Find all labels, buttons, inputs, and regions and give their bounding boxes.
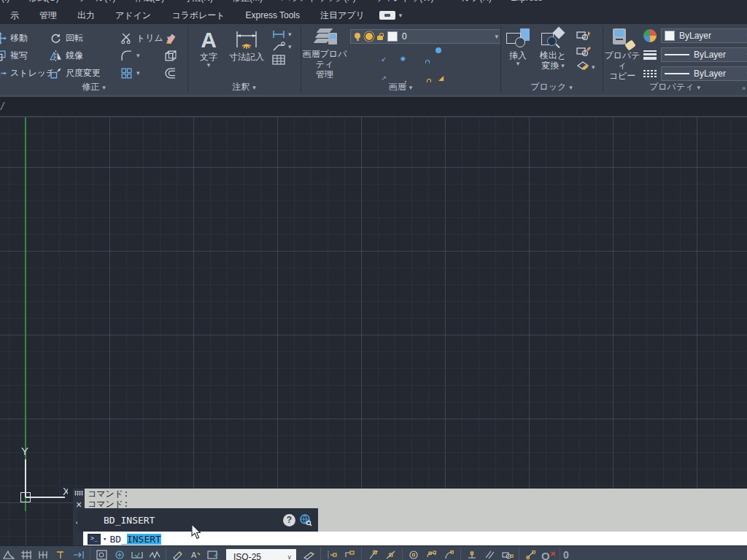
menu-item-modify[interactable]: 修正(M) [232,0,263,6]
tab-addins[interactable]: アドイン [105,7,161,24]
statusbar-polar-icon[interactable] [93,550,111,560]
layer-lock-button[interactable] [409,49,425,62]
lineweight-icon[interactable] [643,50,657,60]
menu-item-draw[interactable]: 作成(D) [135,0,165,6]
statusbar-perpendicular-osnap-icon[interactable] [464,550,481,560]
statusbar-lineweight-icon[interactable] [146,550,163,560]
statusbar-workspace-icon[interactable] [301,550,318,560]
menu-item-help[interactable]: ヘルプ(H) [453,0,492,6]
statusbar-snap-icon[interactable] [35,550,53,560]
layer-unisolate-button[interactable]: ↗ [371,68,387,81]
chevron-down-icon[interactable]: ▾ [103,535,107,542]
statusbar-units-icon[interactable] [324,550,341,560]
tab-manage[interactable]: 管理 [29,7,67,24]
command-input-selection[interactable]: INSERT [127,534,161,545]
statusbar-osnap-tracking-icon[interactable] [128,550,146,560]
insert-block-button[interactable]: 挿入 ▾ [503,28,533,67]
menu-item-tools[interactable]: ツール(T) [78,0,116,6]
panel-label-modify[interactable]: 修正▾ [0,81,187,93]
text-button[interactable]: A 文字 ▾ [193,28,224,69]
menu-item-express[interactable]: Express [511,0,542,6]
chevron-down-icon[interactable]: ▾ [288,31,292,38]
chevron-down-icon[interactable]: ▾ [288,44,292,50]
array-button[interactable]: ▾ [120,66,140,80]
scale-button[interactable]: 尺度変更 [50,66,101,80]
create-block-button[interactable] [576,29,595,41]
tab-express-tools[interactable]: Express Tools [236,7,310,24]
lineweight-dropdown[interactable]: ByLayer ▾ [661,47,747,62]
all-layers-on-button[interactable] [352,68,368,81]
statusbar-grid-icon[interactable] [18,550,35,560]
edit-block-button[interactable] [576,45,595,57]
statusbar-infer-icon[interactable] [53,550,70,560]
tab-output[interactable]: 出力 [67,7,105,24]
erase-button[interactable] [164,31,177,45]
panel-label-block[interactable]: ブロック▾ [500,81,603,93]
layer-match-button[interactable]: ◢ [427,68,444,81]
help-icon[interactable]: ? [283,514,295,526]
detect-convert-button[interactable]: 検出と 変換▾ [535,28,570,71]
move-button[interactable]: 移動 [0,31,28,45]
menu-item-format[interactable]: 形式(O) [28,0,58,6]
fillet-button[interactable]: ▾ [120,48,140,63]
tab-view[interactable]: 示 [0,7,29,24]
chevron-down-icon[interactable]: ▾ [136,52,140,59]
statusbar-quadrant-osnap-icon[interactable] [441,550,458,560]
layer-unlock-button[interactable] [409,68,425,81]
statusbar-quickview-icon[interactable] [341,550,359,560]
offset-button[interactable] [164,66,177,80]
menu-item-window[interactable]: ウィンドウ(W) [375,0,434,6]
suggestion-text[interactable]: BD_INSERT [104,515,155,526]
statusbar-center-osnap-icon[interactable] [406,550,423,560]
drag-grip-icon[interactable] [74,491,83,496]
chevron-down-icon[interactable]: ▾ [592,64,595,71]
panel-label-properties[interactable]: プロパティ▾ [603,81,747,93]
statusbar-endpoint-osnap-icon[interactable] [365,550,382,560]
statusbar-insertion-osnap-icon[interactable] [499,550,516,560]
match-properties-button[interactable]: プロパティ コピー [604,28,640,81]
panel-label-annotation[interactable]: 注釈▾ [187,81,301,93]
linetype-dropdown[interactable]: ByLayer ▾ [661,66,747,81]
menu-item-insert[interactable]: (I) [1,0,9,6]
stretch-button[interactable]: ストレッチ [0,66,55,80]
block-attributes-button[interactable]: ▾ [576,61,595,73]
layer-freeze-button[interactable]: ✳ [390,49,406,62]
tab-featured-apps[interactable]: 注目アプリ [310,7,375,24]
linetype-icon[interactable] [643,70,657,77]
trim-button[interactable]: トリム ▾ [120,31,170,45]
statusbar-annotation-icon[interactable] [169,550,187,560]
rotate-button[interactable]: 回転 [50,31,83,45]
statusbar-parallel-osnap-icon[interactable] [481,550,499,560]
tab-collaborate[interactable]: コラボレート [161,7,235,24]
internet-search-icon[interactable] [299,513,312,526]
menu-item-parametric[interactable]: パラメトリック(P) [282,0,356,6]
drawing-canvas[interactable]: Y X [0,117,747,545]
chevron-down-icon[interactable]: ▾ [136,70,140,77]
statusbar-midpoint-osnap-icon[interactable] [382,550,400,560]
ribbon-collapse-button[interactable]: ▾ [379,11,403,20]
layer-dropdown[interactable]: 0 ▾ [350,29,501,44]
dim-style-dropdown[interactable]: ISO-25 ∨ [226,549,296,560]
linear-dimension-button[interactable]: ▾ [272,30,292,39]
statusbar-tracking-icon[interactable] [522,550,540,560]
ribbon-overflow-icon[interactable]: » [742,85,746,92]
object-color-dropdown[interactable]: ByLayer ▾ [661,28,747,43]
table-button[interactable] [272,55,292,65]
copy-button[interactable]: 複写 [0,48,28,63]
make-current-layer-button[interactable] [427,49,444,62]
statusbar-node-osnap-icon[interactable] [423,550,441,560]
color-wheel-icon[interactable] [643,29,657,42]
command-input-text[interactable]: BD_ [109,534,126,545]
layer-thaw-all-button[interactable] [390,68,406,81]
mirror-button[interactable]: 鏡像 [50,48,83,63]
statusbar-annotation-visibility-icon[interactable] [204,550,222,560]
statusbar-model-icon[interactable] [0,550,18,560]
leader-button[interactable]: ▾ [272,42,292,52]
panel-label-layers[interactable]: 画層▾ [301,81,500,93]
dimension-button[interactable]: 寸法記入 [225,28,268,62]
statusbar-isodraft-icon[interactable] [111,550,128,560]
command-input[interactable]: >_ ▾ BD_INSERT [83,532,747,546]
layer-properties-manager-button[interactable]: 画層プロパティ 管理 [302,27,347,79]
explode-button[interactable] [164,48,177,63]
statusbar-annotation-scale-icon[interactable]: A [187,550,204,560]
